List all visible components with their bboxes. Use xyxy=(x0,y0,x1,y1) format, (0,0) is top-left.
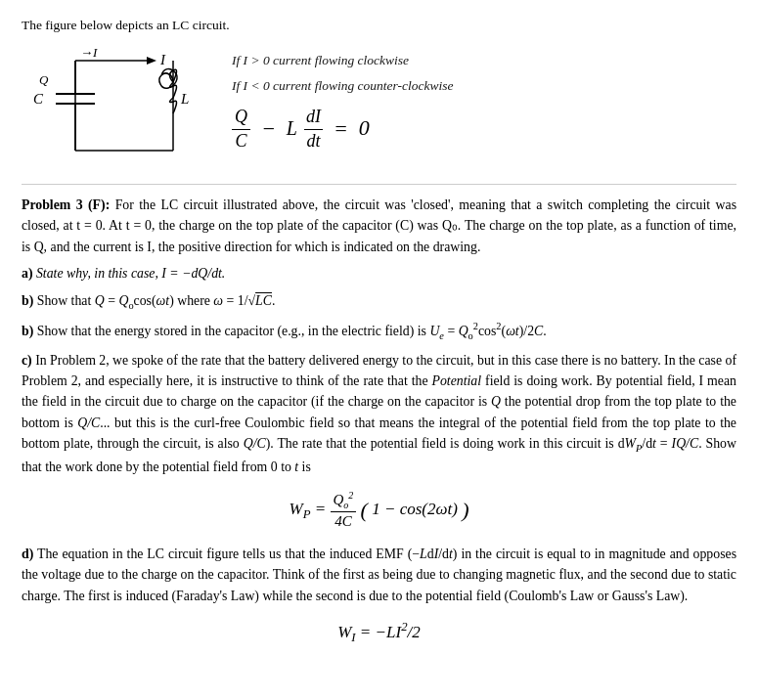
figure-area: I →I C Q xyxy=(22,43,736,170)
svg-text:Q: Q xyxy=(39,72,49,87)
circuit-diagram: I →I C Q xyxy=(22,43,202,170)
part-b1: b) Show that Q = Qocos(ωt) where ω = 1/√… xyxy=(22,290,736,314)
svg-text:L: L xyxy=(180,91,189,107)
problem3-header: Problem 3 (F): For the LC circuit illust… xyxy=(22,195,736,257)
part-b2: b) Show that the energy stored in the ca… xyxy=(22,319,736,343)
part-a: a) State why, in this case, I = −dQ/dt. xyxy=(22,263,736,284)
svg-marker-1 xyxy=(147,57,156,65)
part-c: c) In Problem 2, we spoke of the rate th… xyxy=(22,350,736,478)
hw-line1: If I > 0 current flowing clockwise xyxy=(232,48,736,73)
svg-text:→I: →I xyxy=(80,45,98,60)
formula-wp: WP = Qo2 4C ( 1 − cos(2ωt) ) xyxy=(22,489,736,532)
problem-section: Problem 3 (F): For the LC circuit illust… xyxy=(22,195,736,648)
main-equation: Q C − L dI dt = 0 xyxy=(232,106,736,153)
section-divider xyxy=(22,184,736,185)
svg-text:C: C xyxy=(33,91,44,107)
intro-text: The figure below depicts an LC circuit. xyxy=(22,18,736,33)
notes-area: If I > 0 current flowing clockwise If I … xyxy=(232,43,736,153)
svg-text:I: I xyxy=(159,52,166,67)
hw-line2: If I < 0 current flowing counter-clockwi… xyxy=(232,73,736,99)
formula-wi: WI = −LI2/2 xyxy=(22,618,736,648)
part-d: d) The equation in the LC circuit figure… xyxy=(22,544,736,606)
